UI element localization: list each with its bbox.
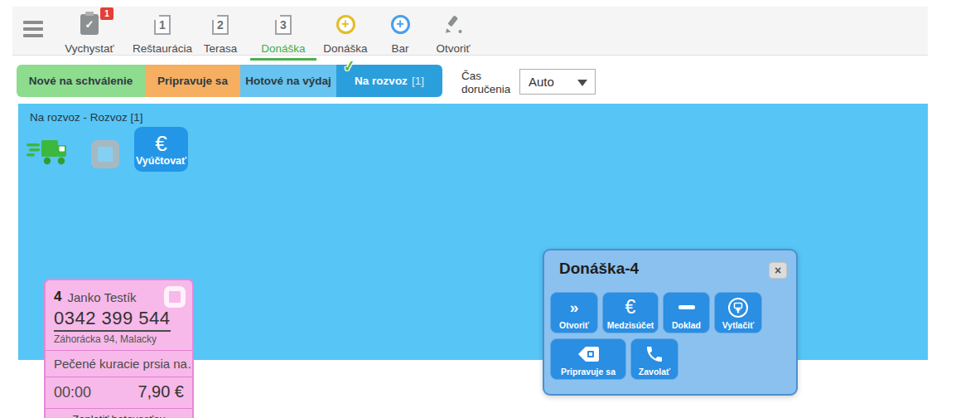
- numbered-square-icon: 1: [154, 15, 171, 35]
- tab-label: Donáška: [323, 42, 367, 55]
- phone-number-link[interactable]: 0342 399 544: [54, 308, 171, 332]
- minus-icon: [678, 305, 695, 309]
- checkmark-glyph: ✓: [85, 18, 94, 31]
- print-icon: [727, 296, 750, 319]
- delivery-truck-icon[interactable]: [27, 137, 70, 167]
- popup-button-label: Medzisúčet: [607, 320, 654, 330]
- order-card[interactable]: 4 Janko Testík 0342 399 544 Záhorácka 94…: [44, 279, 194, 418]
- room-number: 3: [280, 18, 287, 32]
- board-header: Na rozvoz - Rozvoz [1]: [30, 111, 143, 124]
- popup-title: Donáška-4: [559, 260, 639, 278]
- plus-circle-blue-icon: +: [391, 15, 410, 34]
- delivery-time-label: Čas doručenia: [461, 70, 521, 96]
- customer-name: Janko Testík: [67, 290, 164, 304]
- filter-label: Nové na schválenie: [29, 75, 133, 87]
- tab-label: Donáška: [261, 42, 305, 55]
- order-item: Pečené kuracie prsia na…: [46, 351, 192, 377]
- hamburger-menu-icon[interactable]: [23, 21, 45, 41]
- chevron-down-icon: [577, 80, 587, 86]
- tab-label: Reštaurácia: [133, 42, 192, 55]
- delivery-time-select[interactable]: Auto: [519, 69, 596, 95]
- pen-icon: [442, 14, 464, 36]
- close-icon[interactable]: ×: [769, 262, 787, 279]
- customer-address: Záhorácka 94, Malacky: [46, 332, 192, 351]
- order-price: 7,90 €: [138, 382, 184, 401]
- notification-badge: 1: [100, 7, 113, 20]
- pos-app: ✓ 1 Vychystať 1 Reštaurácia 2 Terasa 3 D…: [0, 0, 980, 418]
- filter-count: [1]: [412, 75, 424, 87]
- plus-circle-yellow-icon: +: [336, 15, 355, 34]
- top-toolbar: ✓ 1 Vychystať 1 Reštaurácia 2 Terasa 3 D…: [12, 7, 928, 56]
- tab-otvorit[interactable]: Otvoriť: [418, 12, 488, 55]
- numbered-square-icon: 3: [275, 15, 292, 35]
- phone-icon: [644, 344, 664, 364]
- filter-hotove-na-vydaj[interactable]: Hotové na výdaj: [240, 65, 336, 97]
- checkmark-icon: ✓: [342, 56, 357, 76]
- popup-print-button[interactable]: Vytlačiť: [714, 292, 762, 333]
- tab-label: Otvoriť: [436, 42, 470, 55]
- clipboard-check-icon: ✓: [80, 14, 99, 35]
- popup-button-label: Vytlačiť: [722, 320, 755, 330]
- popup-subtotal-button[interactable]: € Medzisúčet: [602, 292, 659, 333]
- tab-donaska-active[interactable]: 3 Donáška: [249, 12, 318, 55]
- popup-call-button[interactable]: Zavolať: [630, 338, 678, 380]
- tab-label: Vychystať: [65, 42, 113, 55]
- popup-button-label: Otvoriť: [559, 320, 589, 330]
- tab-vychystat[interactable]: ✓ 1 Vychystať: [55, 12, 124, 55]
- status-filter-bar: Nové na schválenie Pripravuje sa Hotové …: [17, 65, 442, 97]
- popup-receipt-button[interactable]: Doklad: [663, 292, 710, 333]
- billing-button-label: Vyúčtovať: [136, 155, 186, 167]
- billing-button[interactable]: € Vyúčtovať: [134, 127, 188, 172]
- tab-label: Terasa: [204, 42, 238, 55]
- filter-label: Pripravuje sa: [157, 75, 228, 87]
- tab-label: Bar: [391, 42, 408, 55]
- filter-na-rozvoz[interactable]: ✓ Na rozvoz [1]: [336, 65, 442, 97]
- popup-button-label: Doklad: [672, 320, 701, 330]
- room-number: 2: [217, 18, 224, 32]
- order-time: 00:00: [54, 384, 91, 401]
- order-actions-popup: Donáška-4 × » Otvoriť € Medzisúčet Dokla…: [543, 249, 798, 396]
- filter-label: Hotové na výdaj: [245, 75, 331, 87]
- numbered-square-icon: 2: [212, 15, 229, 35]
- filter-nove-na-schvalenie[interactable]: Nové na schválenie: [17, 65, 145, 97]
- popup-button-label: Pripravuje sa: [561, 367, 616, 377]
- tab-terasa[interactable]: 2 Terasa: [186, 12, 255, 55]
- popup-button-label: Zavolať: [639, 367, 670, 377]
- room-number: 1: [159, 18, 166, 32]
- popup-preparing-button[interactable]: Pripravuje sa: [550, 338, 626, 380]
- euro-icon: €: [625, 298, 636, 317]
- filter-pripravuje-sa[interactable]: Pripravuje sa: [145, 65, 240, 97]
- payment-note: Zaplatiť hotovosťou: [46, 409, 192, 418]
- tag-back-icon: [576, 345, 601, 363]
- filter-label: Na rozvoz: [355, 75, 408, 87]
- delivery-time-value: Auto: [529, 75, 554, 89]
- double-chevron-icon: »: [570, 299, 579, 315]
- empty-square-icon[interactable]: [91, 140, 119, 168]
- card-checkbox[interactable]: [164, 286, 186, 308]
- order-number: 4: [54, 289, 61, 305]
- euro-icon: €: [155, 133, 167, 154]
- popup-open-button[interactable]: » Otvoriť: [550, 292, 598, 333]
